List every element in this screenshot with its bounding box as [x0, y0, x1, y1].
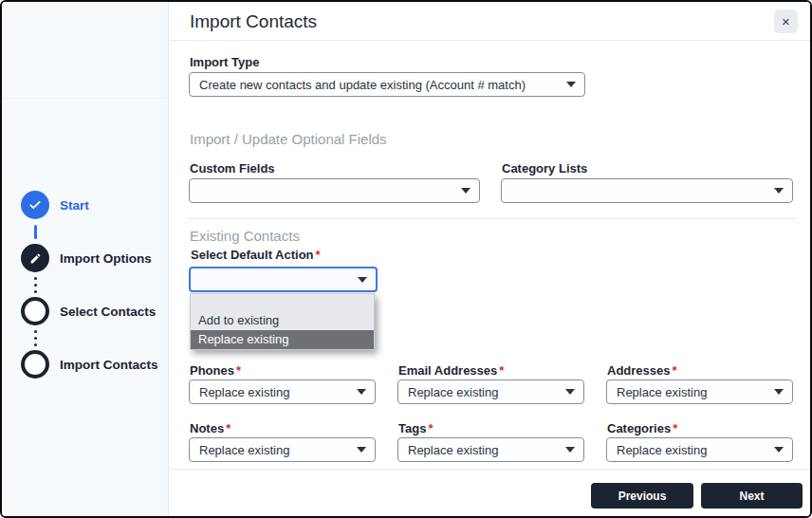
step-label-select-contacts: Select Contacts [60, 305, 156, 319]
chevron-down-icon [461, 188, 471, 194]
step-select-contacts[interactable]: Select Contacts [21, 297, 158, 325]
phones-label-text: Phones [190, 363, 234, 378]
import-type-value: Create new contacts and update existing … [199, 78, 526, 92]
step-connector-dotted [21, 272, 49, 297]
category-lists-select[interactable] [501, 178, 793, 203]
categories-label-text: Categories [607, 421, 671, 435]
addresses-label-text: Addresses [607, 363, 670, 378]
phones-select[interactable]: Replace existing [189, 379, 376, 404]
addresses-label: Addresses* [607, 363, 677, 378]
chevron-down-icon [565, 447, 575, 453]
next-button[interactable]: Next [701, 483, 803, 509]
chevron-down-icon [357, 447, 366, 453]
required-marker: * [236, 363, 241, 378]
close-icon[interactable]: × [774, 9, 798, 33]
categories-select[interactable]: Replace existing [606, 437, 793, 462]
default-action-select[interactable] [189, 267, 378, 292]
chevron-down-icon [774, 188, 784, 194]
notes-label: Notes* [190, 421, 231, 435]
option-blank[interactable] [191, 294, 374, 311]
section-divider [187, 218, 797, 219]
categories-label: Categories* [607, 421, 677, 435]
existing-contacts-heading: Existing Contacts [190, 228, 300, 244]
default-action-label-text: Select Default Action [191, 248, 314, 262]
custom-fields-label: Custom Fields [190, 161, 275, 176]
dialog-header: Import Contacts × [170, 2, 810, 41]
required-marker: * [316, 248, 321, 262]
previous-button[interactable]: Previous [591, 483, 693, 509]
step-label-start: Start [60, 198, 89, 213]
tags-label: Tags* [398, 421, 433, 435]
step-connector-solid [21, 219, 49, 244]
email-addresses-label: Email Addresses* [398, 363, 504, 378]
optional-fields-heading: Import / Update Optional Fields [190, 131, 387, 147]
email-addresses-label-text: Email Addresses [398, 363, 497, 378]
step-import-options[interactable]: Import Options [21, 244, 158, 272]
notes-value: Replace existing [199, 443, 289, 457]
phones-label: Phones* [190, 363, 241, 378]
email-addresses-value: Replace existing [408, 385, 498, 399]
required-marker: * [673, 421, 677, 435]
step-start[interactable]: Start [21, 191, 158, 219]
custom-fields-select[interactable] [189, 178, 480, 203]
tags-value: Replace existing [408, 443, 498, 457]
import-type-label: Import Type [190, 55, 259, 69]
required-marker: * [499, 363, 504, 378]
check-icon [21, 191, 49, 219]
footer-divider [170, 469, 810, 470]
dialog-title: Import Contacts [190, 2, 317, 41]
chevron-down-icon [357, 389, 366, 395]
main-panel: Import Contacts × Import Type Create new… [170, 2, 810, 516]
email-addresses-select[interactable]: Replace existing [397, 379, 584, 404]
addresses-value: Replace existing [617, 385, 707, 399]
import-type-select[interactable]: Create new contacts and update existing … [189, 72, 585, 97]
tags-select[interactable]: Replace existing [397, 437, 584, 462]
step-connector-dotted [21, 325, 49, 350]
required-marker: * [428, 421, 433, 435]
phones-value: Replace existing [199, 385, 289, 399]
required-marker: * [672, 363, 676, 378]
tags-label-text: Tags [398, 421, 426, 435]
notes-select[interactable]: Replace existing [189, 437, 376, 462]
step-label-import-contacts: Import Contacts [60, 358, 158, 372]
default-action-option-list: Add to existing Replace existing [190, 293, 375, 350]
addresses-select[interactable]: Replace existing [606, 379, 793, 404]
option-replace-existing[interactable]: Replace existing [191, 330, 374, 349]
import-contacts-dialog: Start Import Options Select Contacts Imp… [0, 0, 812, 518]
required-marker: * [226, 421, 231, 435]
stepper-sidebar: Start Import Options Select Contacts Imp… [2, 2, 169, 516]
chevron-down-icon [565, 389, 575, 395]
step-import-contacts[interactable]: Import Contacts [21, 350, 158, 379]
step-label-import-options: Import Options [60, 251, 152, 266]
chevron-down-icon [566, 82, 576, 87]
category-lists-label: Category Lists [502, 161, 587, 176]
notes-label-text: Notes [190, 421, 224, 435]
categories-value: Replace existing [617, 443, 707, 457]
sidebar-divider [2, 98, 168, 99]
option-add-to-existing[interactable]: Add to existing [191, 311, 374, 330]
chevron-down-icon [774, 447, 784, 453]
chevron-down-icon [774, 389, 784, 395]
stepper: Start Import Options Select Contacts Imp… [21, 191, 158, 379]
chevron-down-icon [358, 277, 367, 283]
empty-step-circle-icon [21, 350, 49, 379]
empty-step-circle-icon [21, 297, 49, 325]
default-action-label: Select Default Action* [191, 248, 321, 262]
pencil-icon [21, 244, 49, 272]
